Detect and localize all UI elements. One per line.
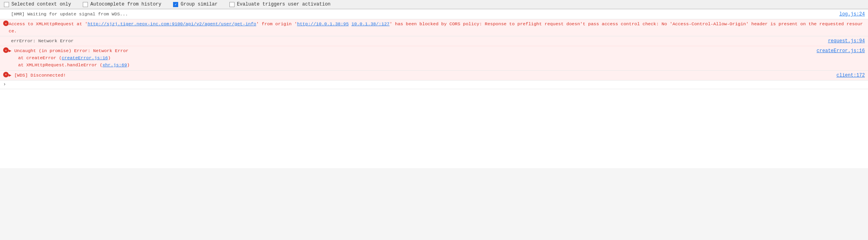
autocomplete-from-history-label: Autocomplete from history	[90, 2, 161, 7]
hmr-text: [HMR] Waiting for update signal from WDS…	[11, 11, 128, 17]
err-error-row: errError: Network Error request.js:94	[0, 36, 868, 46]
xhr-link[interactable]: xhr.js:69	[102, 62, 127, 68]
selected-context-only-checkbox[interactable]	[4, 2, 9, 7]
group-similar-item: Group similar	[173, 2, 218, 7]
wds-error-row: ▶ [WDS] Disconnected! client:172	[0, 71, 868, 81]
err-error-text: errError: Network Error	[11, 38, 74, 43]
console-prompt-row: ›	[0, 81, 868, 89]
cors-url2b-link[interactable]: 10.0.1.38/:127	[352, 21, 390, 26]
uncaught-main-text: Uncaught (in promise) Error: Network Err…	[14, 48, 129, 53]
cors-url1-link[interactable]: http://sjzj.tiger.neox-inc.com:9100/api/…	[88, 21, 256, 26]
autocomplete-from-history-checkbox[interactable]	[83, 2, 88, 7]
wds-error-text: [WDS] Disconnected!	[14, 73, 66, 78]
autocomplete-from-history-item: Autocomplete from history	[83, 2, 161, 7]
uncaught-error-source[interactable]: createError.js:16	[817, 48, 865, 54]
console-empty-space	[0, 89, 868, 168]
hmr-source[interactable]: log.js:24	[839, 11, 865, 17]
console-row: [HMR] Waiting for update signal from WDS…	[0, 9, 868, 19]
wds-error-content: ▶ [WDS] Disconnected!	[9, 72, 833, 79]
cors-error-content: Access to XMLHttpRequest at 'http://sjzj…	[9, 21, 865, 35]
evaluate-triggers-label: Evaluate triggers user activation	[237, 2, 331, 7]
hmr-message: [HMR] Waiting for update signal from WDS…	[11, 11, 835, 18]
group-similar-label: Group similar	[181, 2, 218, 7]
uncaught-error-row: ▶ Uncaught (in promise) Error: Network E…	[0, 46, 868, 71]
stack-line-2: at XMLHttpRequest.handleError (xhr.js:69…	[9, 62, 813, 69]
evaluate-triggers-checkbox[interactable]	[229, 2, 235, 7]
error-icon	[3, 47, 9, 53]
create-error-link[interactable]: createError.js:16	[61, 55, 108, 60]
selected-context-only-label: Selected context only	[11, 2, 71, 7]
expand-arrow[interactable]: ▶	[9, 48, 11, 53]
evaluate-triggers-item: Evaluate triggers user activation	[229, 2, 331, 7]
group-similar-checkbox[interactable]	[173, 2, 178, 7]
prompt-caret: ›	[3, 82, 6, 87]
wds-error-source[interactable]: client:172	[836, 73, 865, 78]
wds-expand-arrow[interactable]: ▶	[9, 73, 11, 78]
console-area: [HMR] Waiting for update signal from WDS…	[0, 9, 868, 168]
err-error-content: errError: Network Error	[11, 38, 824, 45]
console-toolbar: Selected context only Autocomplete from …	[0, 0, 868, 9]
cors-error-text: Access to XMLHttpRequest at 'http://sjzj…	[9, 21, 863, 34]
error-icon	[3, 72, 9, 77]
cors-error-row: Access to XMLHttpRequest at 'http://sjzj…	[0, 19, 868, 36]
selected-context-only-item: Selected context only	[4, 2, 71, 7]
uncaught-error-content: ▶ Uncaught (in promise) Error: Network E…	[9, 47, 813, 69]
err-error-source[interactable]: request.js:94	[828, 38, 865, 44]
cors-url2a-link[interactable]: http://10.0.1.38:95	[297, 21, 349, 26]
error-icon	[3, 21, 9, 26]
stack-line-1: at createError (createError.js:16)	[9, 54, 813, 62]
